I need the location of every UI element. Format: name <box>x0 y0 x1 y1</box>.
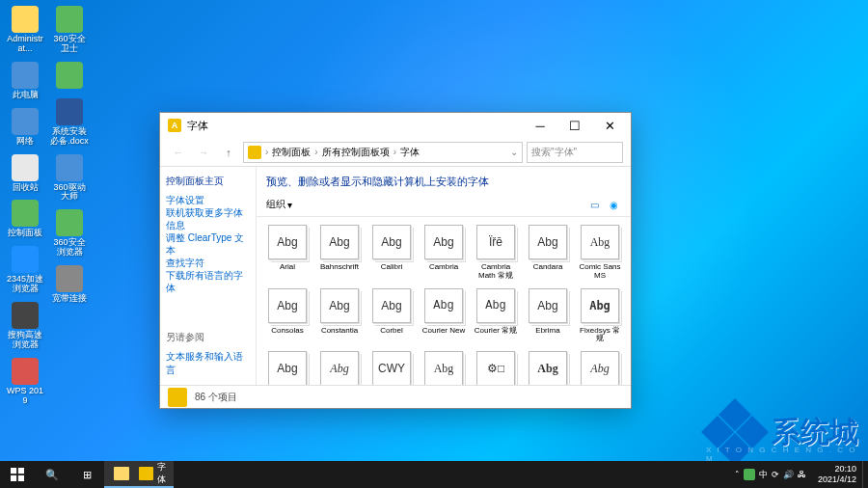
font-item[interactable]: AbgCourier 常规 <box>471 286 521 346</box>
font-item[interactable]: AbgArial <box>262 223 312 283</box>
font-item[interactable]: AbgComic Sans MS <box>575 223 625 283</box>
taskview-button[interactable]: ⊞ <box>69 461 104 488</box>
tray-volume-icon[interactable]: 🔊 <box>783 470 794 479</box>
font-item[interactable]: ÏřēCambria Math 常规 <box>471 223 521 283</box>
app-icon <box>56 6 83 33</box>
content-toolbar: 组织 ▾ ▭ ◉ <box>257 193 631 217</box>
font-item[interactable]: AbgConsolas <box>262 286 312 346</box>
back-button[interactable]: ← <box>168 142 189 163</box>
desktop-icon[interactable]: 360安全卫士 <box>48 4 91 56</box>
desktop-icon[interactable]: 网络 <box>4 106 46 149</box>
minimize-button[interactable]: ─ <box>523 114 557 137</box>
organize-button[interactable]: 组织 ▾ <box>266 198 292 211</box>
tray-icon[interactable] <box>744 469 755 480</box>
status-icon <box>168 388 187 407</box>
font-grid[interactable]: AbgArialAbgBahnschriftAbgCalibriAbgCambr… <box>257 217 631 385</box>
desktop-icon[interactable]: 搜狗高速浏览器 <box>4 300 46 352</box>
desktop-icon[interactable]: 回收站 <box>4 152 46 195</box>
font-item[interactable]: AbgFranklin Gothic <box>262 349 312 385</box>
breadcrumb-dropdown[interactable]: ⌄ <box>510 147 518 157</box>
icon-label: Administrat... <box>6 35 44 54</box>
close-button[interactable]: ✕ <box>592 114 627 137</box>
app-icon <box>12 200 39 227</box>
desktop-icon[interactable]: 宽带连接 <box>48 263 91 306</box>
font-name: Bahnschrift <box>320 263 359 272</box>
breadcrumb-item[interactable]: 控制面板 <box>272 146 311 159</box>
forward-button[interactable]: → <box>193 142 214 163</box>
font-item[interactable]: AbgGabriola 常规 <box>314 349 365 385</box>
font-name: Corbel <box>380 327 403 336</box>
chevron-down-icon: ▾ <box>287 200 292 210</box>
sidebar-home[interactable]: 控制面板主页 <box>166 175 250 188</box>
desktop-icon[interactable] <box>48 60 91 93</box>
app-icon <box>12 246 39 273</box>
font-item[interactable]: AbgImpact 常规 <box>523 349 573 385</box>
fonts-icon: A <box>168 119 181 132</box>
taskbar-clock[interactable]: 20:10 2021/4/12 <box>812 464 862 485</box>
status-text: 86 个项目 <box>195 391 237 404</box>
maximize-button[interactable]: ☐ <box>557 114 592 137</box>
app-icon <box>12 108 39 135</box>
font-thumb: Abg <box>320 351 359 385</box>
tray-chevron-icon[interactable]: ˄ <box>735 470 740 479</box>
view-button[interactable]: ▭ <box>586 197 602 212</box>
font-item[interactable]: AbgInk Free 常规 <box>575 349 625 385</box>
titlebar[interactable]: A 字体 ─ ☐ ✕ <box>160 113 631 138</box>
desktop-icon[interactable]: Administrat... <box>4 4 46 56</box>
sidebar-link[interactable]: 下载所有语言的字体 <box>166 269 250 294</box>
breadcrumb-item[interactable]: 所有控制面板项 <box>322 146 390 159</box>
fonts-taskbar[interactable]: 字体 <box>139 461 174 488</box>
sidebar-link[interactable]: 联机获取更多字体信息 <box>166 206 250 231</box>
tray-network-icon[interactable]: 🖧 <box>798 470 806 479</box>
start-button[interactable] <box>0 461 35 488</box>
font-item[interactable]: AbgCalibri <box>366 223 417 283</box>
font-item[interactable]: ⚙□HoloLens MDL2 Assets 常规 <box>471 349 521 385</box>
app-icon <box>56 62 83 89</box>
icon-label: 360驱动大师 <box>50 183 89 203</box>
font-item[interactable]: CWYGadugi <box>366 349 417 385</box>
tray-sync-icon[interactable]: ⟳ <box>772 470 779 479</box>
desktop-icon[interactable]: 2345加速浏览器 <box>4 244 46 296</box>
breadcrumb-item[interactable]: 字体 <box>400 146 420 159</box>
search-input[interactable]: 搜索"字体" <box>527 142 623 163</box>
system-tray[interactable]: ˄ 中 ⟳ 🔊 🖧 <box>729 469 812 481</box>
tray-ime-icon[interactable]: 中 <box>759 469 768 481</box>
desktop-icon[interactable]: 控制面板 <box>4 198 46 240</box>
search-button[interactable]: 🔍 <box>35 461 69 488</box>
font-thumb: Abg <box>529 351 567 385</box>
up-button[interactable]: ↑ <box>218 142 239 163</box>
desktop-icon[interactable]: 系统安装必备.docx <box>48 96 91 149</box>
desktop-icon[interactable]: WPS 2019 <box>4 356 46 408</box>
font-thumb: Abg <box>424 225 463 259</box>
sidebar: 控制面板主页 字体设置联机获取更多字体信息调整 ClearType 文本查找字符… <box>160 167 257 385</box>
sidebar-link[interactable]: 查找字符 <box>166 257 250 269</box>
font-thumb: Abg <box>581 225 619 259</box>
icon-label: 网络 <box>16 137 34 147</box>
desktop-icon[interactable]: 此电脑 <box>4 60 46 102</box>
font-item[interactable]: AbgFixedsys 常规 <box>575 286 625 346</box>
font-thumb: Abg <box>581 351 619 385</box>
desktop-icon[interactable]: 360安全浏览器 <box>48 207 91 259</box>
font-item[interactable]: AbgCambria <box>419 223 469 283</box>
content-heading: 预览、删除或者显示和隐藏计算机上安装的字体 <box>257 167 631 193</box>
font-item[interactable]: AbgCorbel <box>366 286 417 346</box>
font-item[interactable]: AbgEbrima <box>523 286 573 346</box>
font-thumb: Abg <box>372 288 411 323</box>
help-button[interactable]: ◉ <box>606 197 621 212</box>
icon-label: 宽带连接 <box>52 294 87 304</box>
font-item[interactable]: AbgCandara <box>523 223 573 283</box>
show-desktop-button[interactable] <box>862 461 868 488</box>
explorer-taskbar[interactable] <box>104 461 139 488</box>
font-item[interactable]: AbgConstantia <box>314 286 365 346</box>
app-icon <box>56 154 83 181</box>
font-thumb: Abg <box>320 225 359 259</box>
font-item[interactable]: AbgGeorgia <box>419 349 469 385</box>
desktop-icon[interactable]: 360驱动大师 <box>48 152 91 204</box>
sidebar-link[interactable]: 调整 ClearType 文本 <box>166 231 250 257</box>
sidebar-footer-link[interactable]: 文本服务和输入语言 <box>166 350 250 377</box>
svg-rect-3 <box>18 475 24 481</box>
font-item[interactable]: AbgCourier New <box>419 286 469 346</box>
font-item[interactable]: AbgBahnschrift <box>314 223 365 283</box>
sidebar-link[interactable]: 字体设置 <box>166 194 250 206</box>
breadcrumb[interactable]: › 控制面板 › 所有控制面板项 › 字体 ⌄ <box>243 142 523 163</box>
